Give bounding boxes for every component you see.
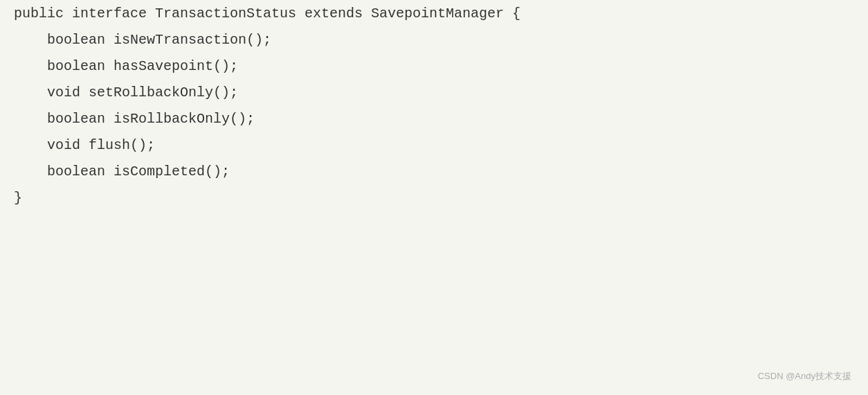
code-line-7: boolean isCompleted(); [14,165,854,179]
code-line-2: boolean isNewTransaction(); [14,33,854,47]
code-line-6: void flush(); [14,139,854,152]
code-line-3: boolean hasSavepoint(); [14,60,854,73]
watermark: CSDN @Andy技术支援 [758,370,851,383]
code-container: public interface TransactionStatus exten… [0,0,868,395]
code-line-5: boolean isRollbackOnly(); [14,112,854,126]
code-block: public interface TransactionStatus exten… [14,7,854,205]
code-line-8: } [14,191,854,205]
code-line-4: void setRollbackOnly(); [14,86,854,100]
code-line-1: public interface TransactionStatus exten… [14,7,854,21]
